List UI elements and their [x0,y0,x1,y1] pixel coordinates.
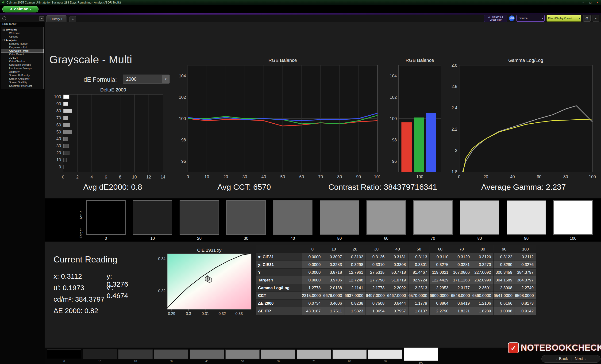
gray-patch-20[interactable] [118,349,153,359]
add-tab-button[interactable]: + [70,16,76,22]
sidebar-item-dynamic-range[interactable]: Dynamic Range [1,42,43,46]
axis-tick-label: 0.33 [235,312,243,316]
reading-de-label: ΔE 2000: [53,307,82,315]
table-cell: 0.0000 [302,276,323,284]
gray-patch-50[interactable] [225,349,260,359]
sidebar-item-spectral-power-dist[interactable]: Spectral Power Dist. [1,84,43,88]
table-cell: 232.0990 [472,276,493,284]
sidebar-item-luminance-sweeps[interactable]: Luminance Sweeps [1,67,43,70]
de-formula-dropdown[interactable]: 2000 ▼ [123,75,170,84]
collapse-expander-icon[interactable] [3,29,5,31]
deltae-bar-0 [63,165,64,169]
deltae-bar-40 [63,137,68,141]
sidebar-item-colorchecker[interactable]: ColorChecker [1,60,43,63]
table-cell: 3.9706 [323,276,344,284]
display-control-dropdown[interactable]: Direct Display Control ▾ [547,15,581,22]
gray-patch-90[interactable] [368,349,402,359]
de-formula-value: 2000 [126,75,137,83]
sidebar-item-saturation-sweeps[interactable]: Saturation Sweeps [1,63,43,67]
column-header-30: 30 [366,245,387,253]
axis-tick-label: 96 [392,159,397,164]
gray-patch-80[interactable] [332,349,367,359]
table-cell: 0.3120 [451,253,472,260]
sidebar-item-grayscale-2pt[interactable]: Grayscale - 2pt [1,46,43,49]
sidebar-item-grayscale-multi[interactable]: Grayscale - Multi [1,49,43,53]
calman-menu-button[interactable]: ❖ calman ▾ [2,6,39,12]
gray-patch-label: 0 [47,360,81,363]
gray-patch-60[interactable] [261,349,295,359]
next-button[interactable]: Next » [575,356,586,361]
axis-tick-label: 0 [62,175,64,179]
table-cell: 0.3275 [429,260,451,268]
sidebar-item-welcome[interactable]: Welcome [1,31,43,35]
collapse-expander-icon[interactable] [3,39,5,41]
axis-tick-label: 102 [179,95,186,100]
table-cell: 0.3308 [387,260,408,268]
table-row-y-cie31: y: CIE310.00000.32830.32980.33100.33080.… [256,260,536,268]
table-cell: 0.3102 [344,253,366,260]
gray-patch-30[interactable] [154,349,188,359]
close-button[interactable]: × [594,0,601,5]
table-cell: 0.3301 [408,260,430,268]
axis-tick-label: 6 [105,175,107,179]
chevron-down-icon: ▼ [162,75,169,83]
table-cell: 82.9724 [408,276,430,284]
sidebar-item-options[interactable]: Options [1,35,43,38]
sidebar-item-screen-stability[interactable]: Screen Stability [1,81,43,84]
table-cell: 0.3298 [344,260,366,268]
sidebar-item-3d-lut[interactable]: 3D LUT [1,56,43,60]
table-cell: 0.8238 [344,299,366,307]
row-label: ΔE 2000 [256,299,302,307]
logo-bar: ❖ calman ▾ [0,5,601,13]
meter-controls: X-Rite i1Pro 2 Direct View 238 Source ▾ … [484,15,599,22]
table-cell: 27.5315 [366,268,387,276]
collapse-toolbar-icon[interactable]: ▲ [592,15,599,22]
axis-tick-label: 100 [416,174,423,179]
maximize-button[interactable]: □ [587,0,594,5]
table-cell: 0.3131 [387,253,408,260]
table-cell: 50.7718 [387,268,408,276]
row-label: x: CIE31 [256,253,302,260]
gray-patch-70[interactable] [297,349,331,359]
gear-icon[interactable]: ⚙ [583,15,591,22]
table-cell: 0.8864 [429,299,451,307]
gray-patch-10[interactable] [83,349,117,359]
meter-device-button[interactable]: X-Rite i1Pro 2 Direct View [484,15,507,22]
sidebar-group-analysis[interactable]: Analysis [1,38,43,42]
table-cell: 6548.0000 [451,292,472,299]
swatch-label: 70 [413,236,453,241]
gray-patch-0[interactable] [47,349,81,359]
table-cell: 0.0734 [302,299,323,307]
grayscale-swatch-50 [320,200,359,235]
table-cell: 2.0138 [323,284,344,292]
sidebar-item-color-gamut[interactable]: Color Gamut [1,53,43,56]
table-cell: 0.4606 [323,299,344,307]
reading-v-label: v': [107,284,113,292]
gamma-chart: 1.822.22.42.62.8020406080100 [444,64,601,181]
sidebar-item-additivity[interactable]: Additivity [1,70,43,74]
gray-patch-label: 10 [83,360,117,363]
back-next-bar: « Back Next » [541,355,601,363]
sidebar-group-welcome[interactable]: Welcome [1,28,43,31]
sidebar-collapse-button[interactable]: ◀ [40,16,44,21]
table-row-cct: CCT2315.00006676.00006637.00006497.00006… [256,292,536,299]
gray-patch-100[interactable] [404,348,438,361]
minimize-button[interactable]: – [580,0,587,5]
axis-tick-label: 30 [56,144,61,148]
deltae-bar-50 [63,130,72,134]
gray-patch-40[interactable] [190,349,224,359]
actual-axis-label: Actual [79,202,83,220]
table-cell: 0.3310 [366,260,387,268]
table-cell: 1.8221 [451,307,472,315]
table-row-y: Y0.00003.871812.796127.531550.771881.446… [256,268,536,276]
tab-history-1[interactable]: History 1 [47,15,66,22]
gray-patch-label: 50 [225,360,260,363]
stat-average-gamma: Average Gamma: 2.237 [474,182,573,192]
source-dropdown[interactable]: Source ▾ [517,15,545,22]
sidebar-item-screen-angularity[interactable]: Screen Angularity [1,77,43,81]
axis-tick-label: 70 [56,116,61,120]
panel-record-icon[interactable] [2,16,6,20]
back-button[interactable]: « Back [556,356,568,361]
measurement-table: 0102030405060708090100x: CIE310.00000.30… [256,245,536,315]
sidebar-item-screen-uniformity[interactable]: Screen Uniformity [1,74,43,77]
